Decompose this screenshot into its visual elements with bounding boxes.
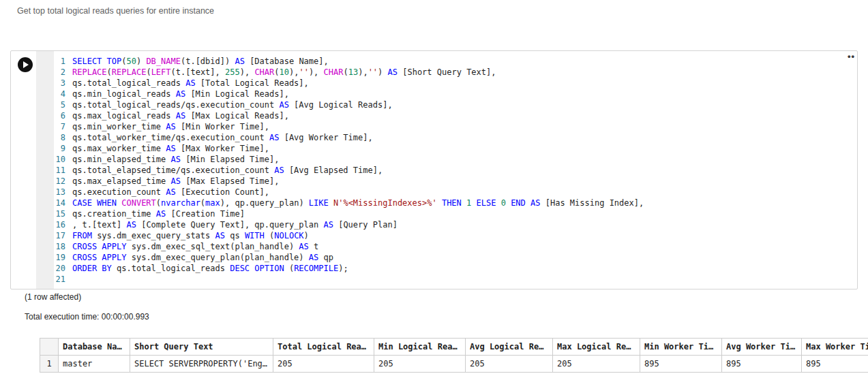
- code-line-text: REPLACE(REPLACE(LEFT(t.[text], 255), CHA…: [65, 67, 496, 78]
- column-header[interactable]: Total Logical Reads: [273, 339, 374, 356]
- code-line: 13qs.execution_count AS [Execution Count…: [46, 187, 854, 198]
- code-line-text: qs.min_logical_reads AS [Min Logical Rea…: [65, 89, 289, 99]
- code-line: 16, t.[text] AS [Complete Query Text], q…: [46, 219, 854, 230]
- code-line-text: CROSS APPLY sys.dm_exec_sql_text(plan_ha…: [65, 241, 318, 252]
- table-row: 1masterSELECT SERVERPROPERTY('Eng…205205…: [40, 356, 868, 373]
- code-line-text: qs.total_logical_reads AS [Total Logical…: [65, 78, 309, 89]
- line-number: 16: [46, 219, 65, 230]
- run-cell-button[interactable]: [18, 57, 33, 72]
- code-line-text: CROSS APPLY sys.dm_exec_query_plan(plan_…: [65, 252, 333, 263]
- data-cell[interactable]: 205: [553, 356, 640, 373]
- line-number: 12: [46, 176, 65, 187]
- header-row: Database NameShort Query TextTotal Logic…: [40, 339, 868, 356]
- code-line: 15qs.creation_time AS [Creation Time]: [46, 208, 854, 219]
- column-header[interactable]: Database Name: [59, 339, 130, 356]
- code-line: 20ORDER BY qs.total_logical_reads DESC O…: [46, 263, 854, 274]
- line-number: 8: [46, 132, 65, 143]
- data-cell[interactable]: 895: [640, 356, 722, 373]
- code-line: 9qs.max_worker_time AS [Max Worker Time]…: [46, 143, 854, 154]
- code-line-text: qs.max_elapsed_time AS [Max Elapsed Time…: [65, 176, 279, 187]
- line-number: 19: [46, 252, 65, 263]
- line-number: 17: [46, 230, 65, 241]
- rows-affected-message: (1 row affected): [25, 292, 81, 302]
- results-table: Database NameShort Query TextTotal Logic…: [40, 338, 868, 373]
- line-number: 3: [46, 78, 65, 89]
- code-line-text: qs.creation_time AS [Creation Time]: [65, 208, 245, 219]
- column-header[interactable]: Max Worker Time: [802, 339, 868, 356]
- line-number: 6: [46, 110, 65, 121]
- code-editor[interactable]: 1SELECT TOP(50) DB_NAME(t.[dbid]) AS [Da…: [46, 56, 854, 286]
- code-line: 3qs.total_logical_reads AS [Total Logica…: [46, 78, 854, 89]
- code-line: 7qs.min_worker_time AS [Min Worker Time]…: [46, 121, 854, 132]
- data-cell[interactable]: 895: [802, 356, 868, 373]
- column-header[interactable]: Min Logical Reads: [374, 339, 466, 356]
- code-line-text: CASE WHEN CONVERT(nvarchar(max), qp.quer…: [65, 198, 644, 208]
- column-header[interactable]: Min Worker Time: [640, 339, 722, 356]
- corner-cell: [40, 339, 59, 356]
- code-line-text: qs.min_elapsed_time AS [Min Elapsed Time…: [65, 154, 279, 165]
- code-line-text: [65, 274, 72, 285]
- code-line-text: qs.execution_count AS [Execution Count],: [65, 187, 269, 198]
- code-line-text: , t.[text] AS [Complete Query Text], qp.…: [65, 219, 398, 230]
- line-number: 20: [46, 263, 65, 274]
- line-number: 21: [46, 274, 65, 285]
- line-number: 14: [46, 198, 65, 208]
- code-line-text: qs.total_worker_time/qs.execution_count …: [65, 132, 373, 143]
- code-line: 2REPLACE(REPLACE(LEFT(t.[text], 255), CH…: [46, 67, 854, 78]
- data-cell[interactable]: master: [59, 356, 130, 373]
- line-number: 2: [46, 67, 65, 78]
- code-line-text: SELECT TOP(50) DB_NAME(t.[dbid]) AS [Dat…: [65, 56, 329, 67]
- code-line-text: FROM sys.dm_exec_query_stats AS qs WITH …: [65, 230, 309, 241]
- line-number: 4: [46, 89, 65, 99]
- line-number: 1: [46, 56, 65, 67]
- line-number: 13: [46, 187, 65, 198]
- data-cell[interactable]: 205: [374, 356, 466, 373]
- line-number: 10: [46, 154, 65, 165]
- column-header[interactable]: Max Logical Reads: [553, 339, 640, 356]
- code-cell: •• 1SELECT TOP(50) DB_NAME(t.[dbid]) AS …: [10, 50, 858, 289]
- data-cell[interactable]: 205: [466, 356, 553, 373]
- row-number-cell[interactable]: 1: [40, 356, 59, 373]
- code-line: 6qs.max_logical_reads AS [Max Logical Re…: [46, 110, 854, 121]
- column-header[interactable]: Short Query Text: [130, 339, 273, 356]
- line-number: 15: [46, 208, 65, 219]
- play-icon: [23, 61, 29, 68]
- data-cell[interactable]: 895: [722, 356, 802, 373]
- data-cell[interactable]: 205: [273, 356, 374, 373]
- code-line: 4qs.min_logical_reads AS [Min Logical Re…: [46, 89, 854, 99]
- code-line: 18CROSS APPLY sys.dm_exec_sql_text(plan_…: [46, 241, 854, 252]
- code-line: 5qs.total_logical_reads/qs.execution_cou…: [46, 99, 854, 110]
- line-number: 7: [46, 121, 65, 132]
- code-line: 8qs.total_worker_time/qs.execution_count…: [46, 132, 854, 143]
- column-header[interactable]: Avg Worker Time: [722, 339, 802, 356]
- execution-time-message: Total execution time: 00:00:00.993: [25, 312, 149, 322]
- code-line: 1SELECT TOP(50) DB_NAME(t.[dbid]) AS [Da…: [46, 56, 854, 67]
- code-line-text: qs.total_logical_reads/qs.execution_coun…: [65, 99, 393, 110]
- code-line: 21: [46, 274, 854, 285]
- page-title: Get top total logical reads queries for …: [17, 6, 214, 16]
- line-number: 5: [46, 99, 65, 110]
- line-number: 11: [46, 165, 65, 176]
- code-line-text: qs.min_worker_time AS [Min Worker Time],: [65, 121, 269, 132]
- code-line: 14CASE WHEN CONVERT(nvarchar(max), qp.qu…: [46, 198, 854, 208]
- code-line-text: qs.max_logical_reads AS [Max Logical Rea…: [65, 110, 289, 121]
- code-line-text: ORDER BY qs.total_logical_reads DESC OPT…: [65, 263, 348, 274]
- code-line: 19CROSS APPLY sys.dm_exec_query_plan(pla…: [46, 252, 854, 263]
- code-line: 11qs.total_elapsed_time/qs.execution_cou…: [46, 165, 854, 176]
- data-cell[interactable]: SELECT SERVERPROPERTY('Eng…: [130, 356, 273, 373]
- code-line: 17FROM sys.dm_exec_query_stats AS qs WIT…: [46, 230, 854, 241]
- code-line-text: qs.max_worker_time AS [Max Worker Time],: [65, 143, 269, 154]
- code-line-text: qs.total_elapsed_time/qs.execution_count…: [65, 165, 383, 176]
- line-number: 18: [46, 241, 65, 252]
- code-line: 10qs.min_elapsed_time AS [Min Elapsed Ti…: [46, 154, 854, 165]
- line-number: 9: [46, 143, 65, 154]
- column-header[interactable]: Avg Logical Reads: [466, 339, 553, 356]
- results-grid: Database NameShort Query TextTotal Logic…: [40, 338, 868, 376]
- code-line: 12qs.max_elapsed_time AS [Max Elapsed Ti…: [46, 176, 854, 187]
